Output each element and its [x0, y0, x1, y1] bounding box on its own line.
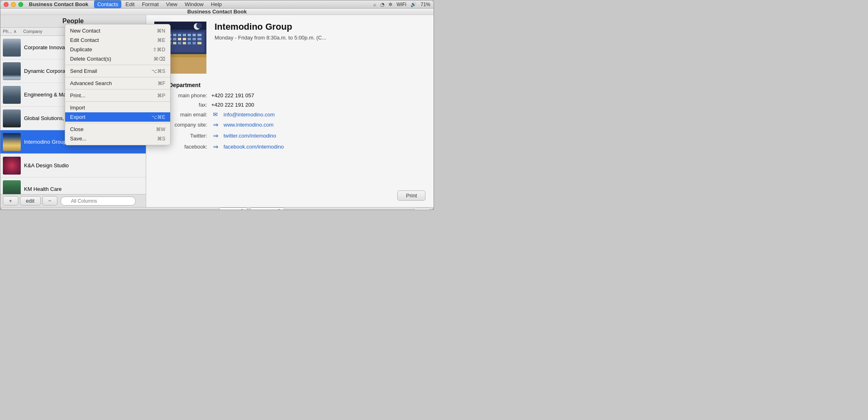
- menu-item-advanced-search[interactable]: Advanced Search ⌘F: [65, 79, 170, 88]
- menu-contacts[interactable]: Contacts: [94, 0, 121, 8]
- shortcut-send-email: ⌥⌘S: [151, 68, 165, 74]
- menu-item-close[interactable]: Close ⌘W: [65, 125, 170, 134]
- menu-format[interactable]: Format: [139, 0, 162, 8]
- menu-item-new-contact[interactable]: New Contact ⌘N: [65, 26, 170, 35]
- menu-separator-1: [65, 65, 170, 65]
- shortcut-advanced-search: ⌘F: [158, 81, 165, 86]
- titlebar: Business Contact Book Contacts Edit Form…: [0, 0, 434, 9]
- main-layout: People Ph... ∧ Company Corporate Innovat…: [0, 15, 434, 207]
- titlebar-right: ⌕ ◔ ✲ WiFi 🔊 71%: [373, 2, 430, 7]
- menu-item-edit-contact[interactable]: Edit Contact ⌘E: [65, 35, 170, 45]
- status-bar: BCB 'Companies List' | record: 9 | total…: [0, 207, 434, 210]
- menu-label-advanced-search: Advanced Search: [70, 80, 158, 86]
- menu-label-delete: Delete Contact(s): [70, 56, 153, 62]
- shortcut-export: ⌥⌘E: [151, 114, 165, 120]
- match-case-label: match case: [254, 209, 276, 210]
- menu-label-duplicate: Duplicate: [70, 46, 153, 52]
- menu-item-delete[interactable]: Delete Contact(s) ⌘⌫: [65, 54, 170, 63]
- menu-item-send-email[interactable]: Send Email ⌥⌘S: [65, 66, 170, 76]
- contacts-menu: New Contact ⌘N Edit Contact ⌘E Duplicate…: [65, 24, 171, 145]
- menu-separator-5: [65, 123, 170, 123]
- menu-label-save: Save...: [70, 136, 157, 142]
- menu-label-import: Import: [70, 105, 165, 111]
- menu-separator-4: [65, 101, 170, 102]
- history-icon: ◔: [380, 2, 384, 7]
- menu-bar: Contacts Edit Format View Window Help: [94, 0, 225, 8]
- dropdown-overlay[interactable]: New Contact ⌘N Edit Contact ⌘E Duplicate…: [0, 15, 434, 207]
- app-name-label: Business Contact Book: [29, 1, 88, 7]
- status-print-button[interactable]: Print: [414, 208, 430, 210]
- shortcut-duplicate: ⇧⌘D: [153, 47, 165, 52]
- zoom-button[interactable]: [18, 2, 23, 7]
- menu-label-print: Print...: [70, 92, 157, 98]
- menu-label-export: Export: [70, 114, 151, 120]
- menu-label-edit-contact: Edit Contact: [70, 37, 157, 43]
- close-button[interactable]: [4, 2, 9, 7]
- volume-icon: 🔊: [410, 2, 416, 7]
- menu-item-print[interactable]: Print... ⌘P: [65, 91, 170, 100]
- wifi-icon: WiFi: [397, 2, 406, 7]
- menu-window[interactable]: Window: [182, 0, 207, 8]
- menu-separator-2: [65, 77, 170, 77]
- contains-button[interactable]: contains ⇕: [219, 208, 248, 210]
- menu-help[interactable]: Help: [208, 0, 225, 8]
- bluetooth-icon: ✲: [388, 2, 392, 7]
- window-title: Business Contact Book: [187, 9, 247, 15]
- minimize-button[interactable]: [11, 2, 16, 7]
- match-case-button[interactable]: match case ⇕: [250, 208, 285, 210]
- menu-edit[interactable]: Edit: [122, 0, 138, 8]
- menu-label-send-email: Send Email: [70, 68, 151, 74]
- shortcut-new-contact: ⌘N: [157, 28, 165, 34]
- window-titlebar: Business Contact Book: [0, 9, 434, 15]
- shortcut-print: ⌘P: [157, 93, 165, 98]
- search-icon: ⌕: [373, 2, 376, 7]
- menu-item-save[interactable]: Save... ⌘S: [65, 134, 170, 143]
- menu-item-export[interactable]: Export ⌥⌘E: [65, 112, 170, 122]
- match-case-chevron-icon: ⇕: [277, 208, 281, 210]
- menu-label-new-contact: New Contact: [70, 28, 157, 34]
- contains-chevron-icon: ⇕: [240, 208, 244, 210]
- shortcut-save: ⌘S: [157, 136, 165, 142]
- titlebar-left: Business Contact Book Contacts Edit Form…: [4, 0, 225, 8]
- menu-item-duplicate[interactable]: Duplicate ⇧⌘D: [65, 45, 170, 54]
- menu-separator-3: [65, 89, 170, 90]
- battery-label: 71%: [421, 2, 430, 7]
- menu-view[interactable]: View: [163, 0, 181, 8]
- menu-item-import[interactable]: Import: [65, 103, 170, 112]
- shortcut-close: ⌘W: [156, 127, 165, 132]
- contains-label: contains: [223, 209, 239, 210]
- status-text: BCB 'Companies List' | record: 9 | total…: [4, 209, 90, 210]
- menu-label-close: Close: [70, 126, 156, 132]
- shortcut-edit-contact: ⌘E: [157, 37, 165, 43]
- status-right: contains ⇕ match case ⇕: [219, 208, 285, 210]
- shortcut-delete: ⌘⌫: [153, 56, 165, 62]
